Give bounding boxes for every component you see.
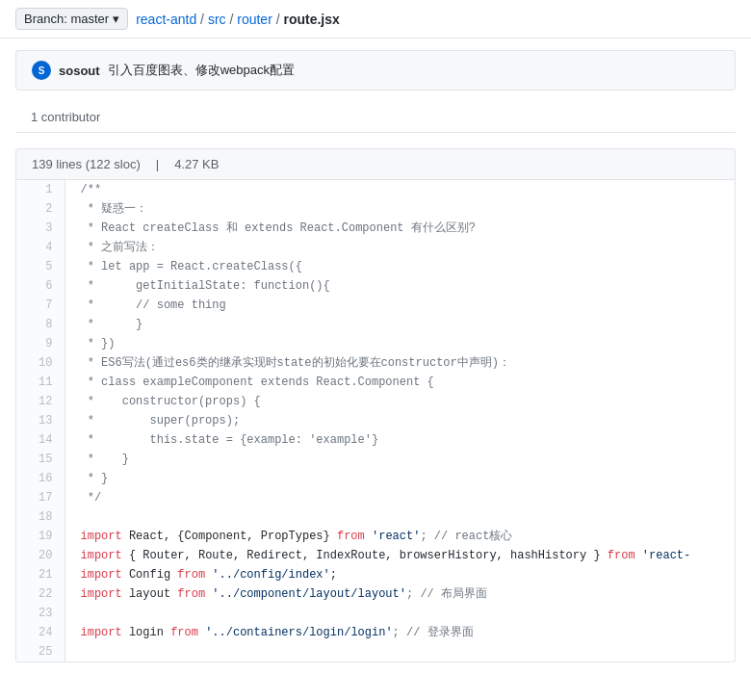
table-row: 15 * } <box>16 450 735 469</box>
file-info-bar: 139 lines (122 sloc) | 4.27 KB <box>15 148 736 180</box>
table-row: 17 */ <box>16 488 735 507</box>
avatar: S <box>32 61 51 80</box>
table-row: 9 * }) <box>16 334 735 353</box>
table-row: 1/** <box>16 180 735 199</box>
table-row: 5 * let app = React.createClass({ <box>16 257 735 276</box>
commit-user[interactable]: sosout <box>59 64 100 78</box>
table-row: 10 * ES6写法(通过es6类的继承实现时state的初始化要在constr… <box>16 353 735 373</box>
branch-label: Branch: master <box>24 12 109 26</box>
table-row: 22 import layout from '../component/layo… <box>16 584 735 604</box>
table-row: 13 * super(props); <box>16 411 735 430</box>
breadcrumb-src[interactable]: src <box>208 12 226 27</box>
table-row: 25 <box>16 642 735 661</box>
table-row: 19 import React, {Component, PropTypes} … <box>16 527 735 546</box>
breadcrumb-router[interactable]: router <box>237 12 272 27</box>
table-row: 2 * 疑惑一： <box>16 199 735 219</box>
table-row: 14 * this.state = {example: 'example'} <box>16 430 735 450</box>
chevron-down-icon: ▾ <box>113 12 119 26</box>
breadcrumb: react-antd / src / router / route.jsx <box>136 12 340 27</box>
breadcrumb-file: route.jsx <box>283 12 339 27</box>
file-separator: | <box>156 157 159 171</box>
commit-bar: S sosout 引入百度图表、修改webpack配置 <box>15 50 736 91</box>
table-row: 21 import Config from '../config/index'; <box>16 565 735 584</box>
file-lines: 139 lines (122 sloc) <box>32 157 141 171</box>
table-row: 23 <box>16 604 735 623</box>
table-row: 3 * React createClass 和 extends React.Co… <box>16 219 735 238</box>
top-bar: Branch: master ▾ react-antd / src / rout… <box>0 0 751 39</box>
table-row: 11 * class exampleComponent extends Reac… <box>16 373 735 392</box>
commit-message: 引入百度图表、修改webpack配置 <box>108 62 295 79</box>
table-row: 16 * } <box>16 469 735 488</box>
table-row: 6 * getInitialState: function(){ <box>16 276 735 296</box>
breadcrumb-repo[interactable]: react-antd <box>136 12 196 27</box>
table-row: 7 * // some thing <box>16 296 735 315</box>
table-row: 4 * 之前写法： <box>16 238 735 257</box>
file-size: 4.27 KB <box>174 157 219 171</box>
table-row: 8 * } <box>16 315 735 334</box>
table-row: 18 <box>16 507 735 527</box>
table-row: 20 import { Router, Route, Redirect, Ind… <box>16 546 735 565</box>
branch-button[interactable]: Branch: master ▾ <box>15 8 128 30</box>
code-block: 1/** 2 * 疑惑一： 3 * React createClass 和 ex… <box>15 180 736 662</box>
table-row: 12 * constructor(props) { <box>16 392 735 411</box>
contributor-bar: 1 contributor <box>15 102 736 133</box>
table-row: 24 import login from '../containers/logi… <box>16 623 735 642</box>
